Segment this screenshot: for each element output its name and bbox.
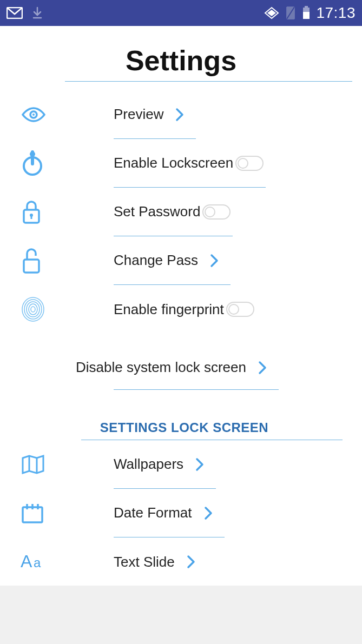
status-left (6, 6, 42, 19)
svg-point-7 (32, 114, 35, 116)
row-label: Preview (114, 106, 163, 123)
page-title: Settings (0, 44, 362, 77)
chevron-right-icon (192, 506, 225, 521)
status-right: 17:13 (264, 4, 356, 22)
row-set-password[interactable]: Set Password (16, 188, 352, 236)
download-icon (32, 6, 42, 19)
row-text-slide[interactable]: Aa Text Slide (16, 537, 352, 586)
svg-point-10 (30, 151, 35, 157)
row-label: Change Pass (114, 252, 198, 269)
row-label: Disable system lock screen (76, 359, 246, 376)
status-time: 17:13 (316, 4, 356, 22)
svg-point-18 (29, 304, 37, 315)
svg-point-16 (24, 300, 42, 319)
power-icon (16, 150, 65, 177)
toggle-switch[interactable] (224, 302, 256, 317)
svg-text:a: a (34, 555, 41, 570)
toggle-switch[interactable] (200, 204, 233, 220)
settings-list: Preview Enable Lockscreen Set Password (0, 90, 362, 586)
row-wallpapers[interactable]: Wallpapers (16, 440, 352, 489)
row-label: Enable fingerprint (114, 301, 224, 318)
svg-rect-14 (24, 260, 39, 273)
row-enable-lockscreen[interactable]: Enable Lockscreen (16, 139, 352, 188)
chevron-right-icon (163, 107, 196, 122)
row-preview[interactable]: Preview (16, 90, 352, 139)
svg-point-19 (31, 307, 35, 312)
calendar-icon (16, 502, 65, 525)
row-label: Enable Lockscreen (114, 155, 233, 171)
bottom-area (0, 586, 362, 644)
gmail-icon (6, 7, 23, 19)
wifi-icon (264, 6, 279, 19)
svg-text:A: A (21, 552, 32, 571)
row-disable-system-lock[interactable]: Disable system lock screen (16, 346, 352, 390)
map-icon (16, 454, 65, 475)
unlock-icon (16, 247, 65, 275)
toggle-switch[interactable] (233, 156, 266, 171)
row-enable-fingerprint[interactable]: Enable fingerprint (16, 285, 352, 334)
status-bar: 17:13 (0, 0, 362, 26)
row-label: Text Slide (114, 554, 175, 570)
row-label: Set Password (114, 203, 200, 220)
title-underline (65, 81, 352, 82)
row-label: Date Format (114, 504, 192, 521)
section-header: SETTINGS LOCK SCREEN (16, 420, 352, 435)
text-icon: Aa (16, 552, 65, 572)
row-label: Wallpapers (114, 456, 183, 473)
svg-rect-5 (305, 6, 308, 8)
lock-icon (16, 199, 65, 225)
sim-icon (285, 6, 297, 20)
row-change-pass[interactable]: Change Pass (16, 236, 352, 285)
fingerprint-icon (16, 296, 65, 323)
chevron-right-icon (183, 457, 216, 472)
row-date-format[interactable]: Date Format (16, 489, 352, 537)
chevron-right-icon (175, 554, 207, 569)
eye-icon (16, 107, 65, 123)
battery-icon (302, 6, 311, 20)
chevron-right-icon (246, 360, 279, 375)
svg-point-15 (22, 297, 44, 321)
chevron-right-icon (198, 253, 231, 268)
svg-rect-22 (23, 507, 42, 522)
svg-rect-4 (303, 12, 310, 19)
